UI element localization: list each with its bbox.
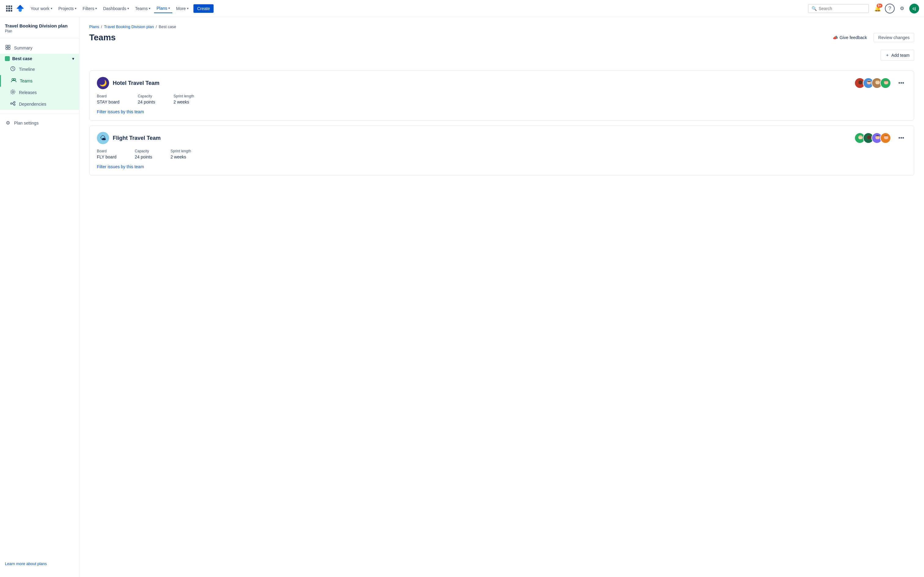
board-value: FLY board <box>97 155 116 160</box>
chevron-down-icon: ▾ <box>72 56 74 61</box>
nav-more[interactable]: More ▾ <box>174 4 191 13</box>
apps-grid-button[interactable] <box>5 4 13 13</box>
flight-capacity-detail: Capacity 24 points <box>135 149 152 160</box>
sidebar-item-plan-settings[interactable]: ⚙ Plan settings <box>0 118 79 128</box>
give-feedback-button[interactable]: 📣 Give feedback <box>830 33 870 42</box>
hotel-filter-link[interactable]: Filter issues by this team <box>97 109 144 114</box>
logo-area <box>5 4 24 13</box>
releases-icon <box>10 89 16 96</box>
header-actions: 📣 Give feedback Review changes <box>830 33 914 42</box>
breadcrumb-plan-name[interactable]: Travel Booking Division plan <box>104 24 154 29</box>
nav-dashboards[interactable]: Dashboards ▾ <box>100 4 131 13</box>
search-input[interactable] <box>819 6 865 11</box>
svg-rect-1 <box>6 45 8 47</box>
team-title-area: 🌤 Flight Travel Team <box>97 132 161 144</box>
sidebar-teams-label: Teams <box>20 79 32 83</box>
sidebar-item-releases[interactable]: Releases <box>0 87 79 98</box>
user-avatar[interactable]: cj <box>909 4 919 13</box>
best-case-color-indicator <box>5 56 10 61</box>
avatar <box>880 77 891 89</box>
team-card-header: 🌙 Hotel Travel Team <box>97 77 906 89</box>
plan-settings-label: Plan settings <box>14 121 39 126</box>
nav-filters[interactable]: Filters ▾ <box>80 4 99 13</box>
team-card-header: 🌤 Flight Travel Team <box>97 132 906 144</box>
nav-your-work[interactable]: Your work ▾ <box>28 4 55 13</box>
team-card-right: ••• <box>855 77 906 89</box>
sidebar-timeline-label: Timeline <box>19 67 35 72</box>
sidebar-dependencies-label: Dependencies <box>19 102 47 106</box>
sidebar-item-timeline[interactable]: Timeline <box>0 63 79 75</box>
timeline-icon <box>10 66 16 73</box>
nav-teams[interactable]: Teams ▾ <box>132 4 153 13</box>
flight-board-detail: Board FLY board <box>97 149 116 160</box>
flight-filter-link[interactable]: Filter issues by this team <box>97 164 144 169</box>
hotel-board-detail: Board STAY board <box>97 94 120 105</box>
notification-badge: 9+ <box>877 4 882 8</box>
hotel-team-icon: 🌙 <box>97 77 109 89</box>
board-label: Board <box>97 149 116 153</box>
hotel-team-details: Board STAY board Capacity 24 points Spri… <box>97 94 906 105</box>
nav-projects[interactable]: Projects ▾ <box>56 4 79 13</box>
chevron-down-icon: ▾ <box>168 6 170 10</box>
settings-icon: ⚙ <box>5 120 11 126</box>
sidebar-item-summary[interactable]: Summary <box>0 42 79 54</box>
sidebar-releases-label: Releases <box>19 90 37 95</box>
sprint-value: 2 weeks <box>171 155 191 160</box>
chevron-down-icon: ▾ <box>149 7 150 10</box>
learn-more-link[interactable]: Learn more about plans <box>5 561 47 566</box>
svg-point-15 <box>859 81 862 84</box>
best-case-header[interactable]: Best case ▾ <box>0 54 79 63</box>
capacity-value: 24 points <box>138 100 155 105</box>
board-label: Board <box>97 94 120 98</box>
svg-point-10 <box>11 103 12 105</box>
page-header: Teams 📣 Give feedback Review changes <box>89 33 914 42</box>
add-team-row: ＋ Add team <box>89 50 914 66</box>
hotel-team-more-button[interactable]: ••• <box>896 79 906 88</box>
hotel-sprint-detail: Sprint length 2 weeks <box>174 94 194 105</box>
svg-point-30 <box>882 139 890 143</box>
team-card-right: ••• <box>855 132 906 143</box>
svg-point-12 <box>14 104 15 106</box>
hotel-team-name: Hotel Travel Team <box>113 80 160 86</box>
breadcrumb: Plans / Travel Booking Division plan / B… <box>89 24 914 29</box>
sidebar-title-area: Travel Booking Division plan Plan <box>0 23 79 34</box>
help-button[interactable]: ? <box>885 4 895 13</box>
page-layout: Travel Booking Division plan Plan Summar… <box>0 17 924 577</box>
best-case-header-left: Best case <box>5 56 32 61</box>
chevron-down-icon: ▾ <box>51 7 52 10</box>
sidebar-item-teams[interactable]: Teams <box>0 75 79 87</box>
avatar <box>880 132 891 143</box>
flight-sprint-detail: Sprint length 2 weeks <box>171 149 191 160</box>
plus-icon: ＋ <box>885 53 890 58</box>
sidebar-divider-top <box>0 38 79 39</box>
flight-team-icon: 🌤 <box>97 132 109 144</box>
grid-icon <box>6 5 12 11</box>
svg-point-7 <box>14 79 16 80</box>
flight-team-more-button[interactable]: ••• <box>896 134 906 143</box>
chevron-down-icon: ▾ <box>128 7 129 10</box>
chevron-down-icon: ▾ <box>187 7 189 10</box>
chevron-down-icon: ▾ <box>95 7 97 10</box>
capacity-value: 24 points <box>135 155 152 160</box>
capacity-label: Capacity <box>138 94 155 98</box>
breadcrumb-plans[interactable]: Plans <box>89 24 99 29</box>
add-team-button[interactable]: ＋ Add team <box>880 50 914 61</box>
summary-icon <box>5 45 11 51</box>
create-button[interactable]: Create <box>194 4 213 13</box>
svg-point-21 <box>882 84 890 89</box>
flight-team-avatars <box>855 132 891 143</box>
search-box: 🔍 <box>808 4 869 13</box>
sidebar-item-summary-label: Summary <box>14 45 32 50</box>
search-icon: 🔍 <box>812 6 817 11</box>
nav-plans[interactable]: Plans ▾ <box>154 4 172 13</box>
main-content: Plans / Travel Booking Division plan / B… <box>79 17 924 577</box>
review-changes-button[interactable]: Review changes <box>874 33 914 42</box>
settings-button[interactable]: ⚙ <box>897 4 907 13</box>
svg-rect-2 <box>8 45 10 47</box>
dependencies-icon <box>10 101 16 108</box>
svg-rect-4 <box>8 48 10 50</box>
sidebar-item-dependencies[interactable]: Dependencies <box>0 98 79 110</box>
notifications-button[interactable]: 🔔 9+ <box>873 4 882 13</box>
plan-subtitle: Plan <box>5 29 74 33</box>
sprint-label: Sprint length <box>174 94 194 98</box>
